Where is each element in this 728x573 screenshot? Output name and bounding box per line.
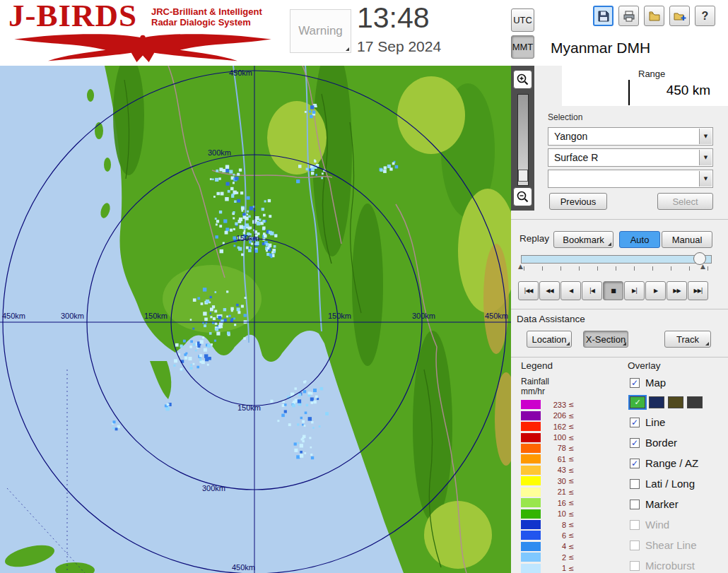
- legend-value: 78: [544, 444, 566, 452]
- play-button[interactable]: ▶: [645, 281, 666, 300]
- slider-tick: [542, 266, 543, 271]
- legend-row: 4≤: [521, 541, 599, 552]
- x-section-button[interactable]: X-Section: [583, 331, 628, 348]
- site-combo[interactable]: Yangon ▼: [548, 127, 713, 146]
- extra-combo-arrow-icon[interactable]: ▼: [699, 171, 712, 187]
- overlay-item-label: Lati / Long: [645, 478, 695, 490]
- legend-color-swatch: [521, 476, 541, 485]
- overlay-item-microburst[interactable]: Microburst: [630, 555, 725, 573]
- checkbox-microburst[interactable]: [630, 561, 640, 571]
- legend-lte-symbol: ≤: [568, 510, 574, 518]
- extra-combo[interactable]: ▼: [548, 170, 713, 188]
- bookmark-button[interactable]: Bookmark: [553, 231, 613, 248]
- slider-tick: [579, 266, 580, 271]
- checkbox-border[interactable]: ✓: [630, 438, 640, 448]
- skip-to-start-button[interactable]: |◀◀: [518, 281, 539, 300]
- mmt-toggle-button[interactable]: MMT: [511, 35, 534, 59]
- zoom-in-button[interactable]: [513, 70, 532, 89]
- slider-tick: [616, 266, 616, 271]
- map-style-swatch-2[interactable]: [649, 396, 664, 408]
- legend-value: 43: [544, 466, 566, 474]
- auto-button[interactable]: Auto: [619, 231, 660, 248]
- overlay-item-label: Microburst: [645, 560, 695, 572]
- checkbox-map[interactable]: ✓: [630, 378, 640, 388]
- step-back-button[interactable]: ◀: [560, 281, 581, 300]
- help-button[interactable]: ?: [695, 6, 715, 26]
- legend-value: 6: [544, 531, 566, 540]
- overlay-item-border[interactable]: ✓Border: [630, 432, 725, 453]
- open-folder-button[interactable]: [644, 6, 664, 26]
- legend-value: 233: [544, 401, 566, 409]
- manual-button[interactable]: Manual: [662, 231, 712, 248]
- radar-map[interactable]: 450km300km150km150km300km450km450km300km…: [0, 66, 512, 573]
- print-button[interactable]: [618, 6, 639, 26]
- checkbox-range-az[interactable]: ✓: [630, 459, 640, 468]
- legend-lte-symbol: ≤: [568, 477, 574, 485]
- legend-value: 4: [544, 542, 566, 550]
- overlay-item-wind[interactable]: Wind: [630, 514, 725, 535]
- product-combo-arrow-icon[interactable]: ▼: [699, 150, 712, 165]
- overlay-label: Overlay: [628, 360, 661, 371]
- overlay-item-label: Line: [645, 416, 665, 428]
- zoom-out-icon: [516, 190, 529, 203]
- legend-color-swatch: [521, 444, 541, 453]
- overlay-item-lati-long[interactable]: Lati / Long: [630, 473, 725, 494]
- export-button[interactable]: [669, 6, 690, 26]
- save-button[interactable]: [593, 6, 613, 26]
- legend-color-swatch: [521, 542, 541, 551]
- track-button[interactable]: Track: [664, 331, 711, 348]
- zoom-out-button[interactable]: [513, 187, 532, 206]
- product-combo[interactable]: Surface R ▼: [548, 148, 713, 167]
- clock-date: 17 Sep 2024: [357, 38, 441, 55]
- location-button[interactable]: Location: [527, 331, 572, 348]
- slider-tick: [524, 266, 524, 271]
- legend-lte-symbol: ≤: [568, 543, 574, 550]
- overlay-item-label: Marker: [645, 498, 679, 510]
- checkbox-shear-line[interactable]: [630, 540, 640, 550]
- map-style-swatch-1[interactable]: ✓: [630, 396, 645, 408]
- legend-lte-symbol: ≤: [568, 455, 574, 463]
- checkbox-lati-long[interactable]: [630, 479, 640, 489]
- skip-to-end-button[interactable]: ▶▶|: [688, 281, 708, 300]
- utc-toggle-button[interactable]: UTC: [511, 8, 534, 32]
- select-button[interactable]: Select: [657, 193, 713, 210]
- next-frame-button[interactable]: ▶|: [624, 281, 645, 300]
- checkbox-line[interactable]: ✓: [630, 418, 640, 427]
- legend-color-swatch: [521, 509, 541, 519]
- zoom-slider-thumb[interactable]: [518, 170, 528, 182]
- slider-ticks: [524, 266, 713, 271]
- overlay-item-map[interactable]: ✓Map: [630, 372, 725, 393]
- checkbox-marker[interactable]: [630, 500, 640, 509]
- map-style-swatches: ✓: [630, 393, 725, 412]
- app-tagline-line2: Radar Dialogic System: [151, 17, 262, 28]
- legend-label: Legend: [521, 360, 553, 371]
- control-panel: Range 450 km Selection Yangon ▼ Surface …: [511, 66, 728, 573]
- site-combo-value: Yangon: [554, 128, 587, 145]
- clock-time: 13:48: [357, 1, 430, 35]
- legend-row: 100≤: [521, 432, 599, 442]
- prev-frame-button[interactable]: |◀: [582, 281, 602, 300]
- station-title: Myanmar DMH: [551, 40, 650, 57]
- overlay-item-shear-line[interactable]: Shear Line: [630, 535, 725, 555]
- help-icon: ?: [702, 10, 709, 23]
- map-style-swatch-4[interactable]: [687, 396, 703, 408]
- overlay-item-marker[interactable]: Marker: [630, 494, 725, 514]
- zoom-slider[interactable]: [517, 94, 529, 186]
- site-combo-arrow-icon[interactable]: ▼: [699, 129, 712, 144]
- replay-timeline-slider[interactable]: [521, 255, 712, 264]
- stop-button[interactable]: ■: [603, 281, 623, 300]
- slider-tick: [708, 266, 708, 271]
- overlay-item-line[interactable]: ✓Line: [630, 412, 725, 432]
- slider-tick: [671, 266, 671, 271]
- overlay-item-range-az[interactable]: ✓Range / AZ: [630, 453, 725, 473]
- previous-button[interactable]: Previous: [549, 193, 607, 210]
- fast-forward-button[interactable]: ▶▶: [667, 281, 687, 300]
- legend-value: 206: [544, 411, 566, 420]
- overlay-list: ✓Map✓✓Line✓Border✓Range / AZLati / LongM…: [630, 372, 725, 573]
- separator: [511, 309, 728, 309]
- fast-rewind-button[interactable]: ◀◀: [539, 281, 560, 300]
- map-style-swatch-3[interactable]: [668, 396, 683, 408]
- warning-button[interactable]: Warning: [290, 9, 351, 53]
- checkbox-wind[interactable]: [630, 520, 640, 530]
- radar-map-canvas: 450km300km150km150km300km450km450km300km…: [0, 66, 511, 573]
